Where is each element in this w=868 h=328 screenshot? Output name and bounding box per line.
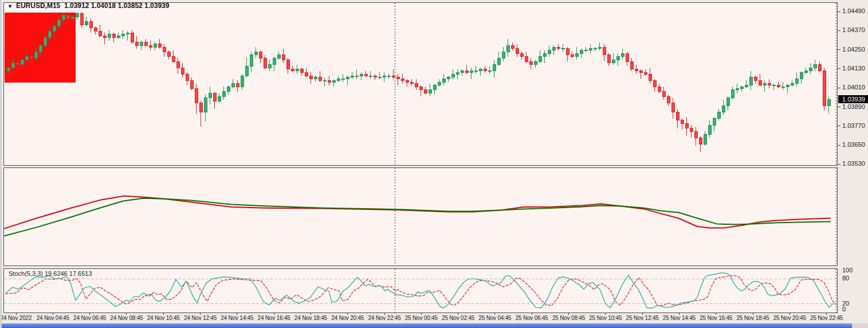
- time-axis-label: 24 Nov 04:45: [37, 315, 69, 321]
- candle: [346, 77, 349, 79]
- candle: [71, 17, 74, 18]
- candle: [112, 34, 115, 38]
- candle: [525, 57, 528, 61]
- time-axis-label: 24 Nov 12:45: [184, 315, 217, 321]
- candle: [374, 76, 376, 77]
- candle: [561, 49, 564, 49]
- stochastic-label: Stoch(5,3,3) 19.6246 17.6513: [9, 270, 92, 277]
- candle: [548, 50, 551, 54]
- candle: [383, 76, 386, 77]
- candle: [309, 76, 312, 79]
- candle: [241, 76, 243, 87]
- candle: [48, 31, 51, 37]
- candle: [465, 71, 468, 73]
- time-axis-label: 25 Nov 10:45: [589, 315, 622, 321]
- moving-average-panel: [3, 167, 838, 266]
- candle: [694, 131, 697, 138]
- candle: [653, 80, 656, 87]
- price-axis-label: 1.04250: [842, 46, 865, 53]
- scrollbar-thumb[interactable]: [2, 323, 852, 328]
- candle: [539, 57, 541, 61]
- candle: [410, 82, 413, 84]
- candle: [89, 22, 92, 28]
- candle: [305, 72, 308, 76]
- candle: [254, 52, 257, 55]
- candle: [268, 65, 271, 68]
- candle: [163, 47, 166, 52]
- candle: [745, 85, 748, 87]
- candle: [140, 42, 143, 46]
- candle: [236, 84, 239, 87]
- candle: [144, 42, 147, 46]
- candle: [186, 74, 188, 80]
- time-axis-label: 24 Nov 06:45: [73, 315, 106, 321]
- candle: [451, 74, 454, 77]
- candle: [699, 138, 702, 144]
- candle: [630, 61, 633, 69]
- candle: [662, 92, 665, 96]
- price-axis-tick: [838, 49, 840, 50]
- candle: [649, 74, 651, 80]
- candle: [447, 77, 450, 79]
- candle: [658, 87, 661, 91]
- chevron-down-icon[interactable]: ▼: [7, 3, 13, 9]
- candle: [506, 45, 509, 52]
- candle: [245, 66, 248, 76]
- candle: [781, 87, 784, 87]
- candle: [543, 53, 546, 57]
- time-axis-label: 24 Nov 14:45: [221, 315, 253, 321]
- candle: [401, 79, 404, 81]
- candle: [580, 50, 583, 54]
- candle: [598, 47, 601, 49]
- candle: [264, 58, 266, 68]
- candle: [273, 58, 276, 64]
- stochastic-chart[interactable]: [4, 269, 837, 313]
- candle: [231, 84, 234, 87]
- candle: [99, 31, 101, 36]
- candle: [768, 84, 771, 85]
- candle: [176, 61, 179, 68]
- time-axis-label: 25 Nov 20:45: [773, 315, 806, 321]
- candle: [131, 33, 133, 42]
- time-axis-label: 25 Nov 12:45: [626, 315, 659, 321]
- candle: [94, 28, 97, 32]
- candle: [438, 82, 441, 85]
- candle: [814, 65, 816, 68]
- price-axis-tick: [838, 107, 840, 107]
- candle: [222, 92, 225, 96]
- candle: [57, 20, 60, 26]
- candle: [479, 69, 482, 71]
- candle: [85, 22, 88, 25]
- price-axis: 1.03939 1.044901.043701.042501.041301.04…: [838, 0, 868, 323]
- candle: [571, 55, 574, 57]
- candle: [25, 57, 28, 60]
- price-axis-tick: [838, 88, 840, 88]
- chart-title-ohlc: 1.03912 1.04018 1.03852 1.03939: [64, 2, 170, 10]
- candle: [190, 80, 193, 88]
- candle: [300, 69, 303, 73]
- candle: [800, 72, 803, 79]
- candle: [213, 93, 216, 101]
- candle: [635, 69, 638, 71]
- candle: [429, 90, 431, 93]
- candlestick-chart[interactable]: [4, 3, 837, 165]
- candle: [488, 71, 491, 72]
- current-price-tag: 1.03939: [838, 95, 868, 103]
- moving-average-chart[interactable]: [4, 168, 837, 265]
- time-axis-label: 24 Nov 16:45: [258, 315, 290, 321]
- price-axis-tick: [838, 11, 840, 12]
- stoch-axis-label: 80: [842, 275, 849, 282]
- candle: [378, 77, 381, 78]
- time-axis-label: 25 Nov 02:45: [442, 315, 474, 321]
- candle: [364, 74, 367, 76]
- candle: [204, 98, 207, 112]
- price-axis-tick: [838, 68, 840, 69]
- price-axis-label: 1.03650: [842, 141, 865, 148]
- candle: [30, 57, 33, 58]
- chart-window: ▼EURUSD,M15 1.03912 1.04018 1.03852 1.03…: [0, 0, 868, 328]
- candle: [795, 79, 798, 84]
- candle: [34, 52, 37, 58]
- price-axis-label: 1.03530: [842, 160, 865, 167]
- candle: [209, 93, 211, 98]
- candle: [639, 71, 642, 73]
